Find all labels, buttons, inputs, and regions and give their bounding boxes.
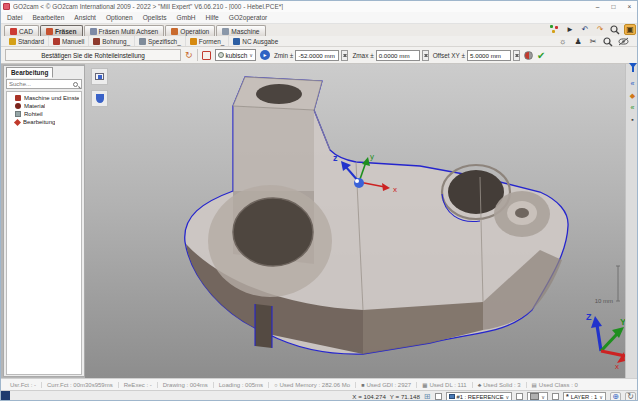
- ribbon-button-row: Standard Manuell Bohrung_ Spezifisch_ Fo…: [1, 36, 638, 47]
- svg-text:10 mm: 10 mm: [595, 298, 613, 304]
- zoom-window-icon[interactable]: [602, 36, 614, 47]
- redo-icon[interactable]: ↷: [594, 24, 606, 35]
- cancel-button[interactable]: [524, 51, 533, 60]
- close-button[interactable]: ×: [622, 2, 637, 12]
- 3d-viewport[interactable]: x y z 10 mm: [85, 64, 625, 378]
- visibility-icon[interactable]: [617, 36, 629, 47]
- collapse-green-icon[interactable]: «: [627, 103, 638, 113]
- zmin-input[interactable]: -52.0000 mm: [295, 50, 339, 61]
- bohrung-button[interactable]: Bohrung_: [88, 36, 134, 46]
- chevron-down-icon: ∨: [506, 394, 510, 400]
- tab-fraesen[interactable]: Fräsen: [40, 25, 83, 36]
- setup-plan-button[interactable]: [91, 68, 108, 85]
- stock-shape-select[interactable]: kubisch ∨: [215, 49, 256, 61]
- formen-button[interactable]: Formen_: [185, 36, 229, 46]
- search-icon: [73, 82, 78, 87]
- shape-icon: [218, 52, 224, 58]
- zmin-field: Zmin ± -52.0000 mm: [274, 50, 348, 61]
- compute-stock-button[interactable]: ▸: [260, 50, 270, 60]
- gdi-icon: ■: [361, 382, 364, 388]
- spezifisch-button[interactable]: Spezifisch_: [134, 36, 185, 46]
- status-drawing: Drawing : 004ms: [157, 382, 213, 388]
- tree-item-material[interactable]: Material: [7, 102, 81, 110]
- settings-icon[interactable]: ☼: [557, 36, 569, 47]
- pointer-icon[interactable]: ►: [564, 24, 576, 35]
- menu-ansicht[interactable]: Ansicht: [74, 14, 96, 21]
- search-input[interactable]: [7, 81, 73, 87]
- standard-icon: [9, 38, 16, 45]
- corner-block: [1, 391, 10, 401]
- tool-icon[interactable]: ♟: [572, 36, 584, 47]
- color-checkbox[interactable]: [516, 393, 523, 400]
- specific-icon: [139, 38, 146, 45]
- chevron-down-icon: ∨: [249, 52, 253, 58]
- menu-gmbh[interactable]: GmbH: [177, 14, 196, 21]
- chevron-down-icon: ∨: [541, 394, 545, 400]
- collapse-blue-icon[interactable]: «: [627, 79, 638, 89]
- 3d-scene: x y z 10 mm: [85, 64, 625, 378]
- tree-item-bearbeitung[interactable]: Bearbeitung: [7, 118, 81, 126]
- menu-go2operator[interactable]: GO2operator: [229, 14, 267, 21]
- rotate-stock-icon[interactable]: ↻: [185, 50, 193, 60]
- stock-box-icon[interactable]: [202, 51, 211, 60]
- layer-select[interactable]: * LAYER : 1 ∨: [563, 392, 606, 401]
- offset-xy-input[interactable]: 5.0000 mm: [467, 50, 511, 61]
- status-loading: Loading : 005ms: [213, 382, 268, 388]
- grid-icon[interactable]: ⊞: [424, 393, 431, 401]
- tab-maschine[interactable]: Maschine: [216, 25, 265, 36]
- tool-orange-icon[interactable]: ◆: [627, 91, 638, 101]
- trim-icon[interactable]: ✂: [587, 36, 599, 47]
- maximize-button[interactable]: □: [606, 2, 621, 12]
- tree-item-rohteil[interactable]: Rohteil: [7, 110, 81, 118]
- cad-icon: [10, 28, 17, 35]
- menu-datei[interactable]: Datei: [7, 14, 22, 21]
- machining-panel: Bearbeitung Maschine und Einstellmaße Ma…: [3, 65, 85, 377]
- minimize-button[interactable]: –: [590, 2, 605, 12]
- reference-select[interactable]: #1 : REFERENCE ∨: [446, 392, 513, 401]
- undo-icon[interactable]: ↶: [579, 24, 591, 35]
- refresh-button[interactable]: ↻: [625, 392, 636, 401]
- offset-xy-stepper[interactable]: [513, 50, 520, 61]
- menu-opelists[interactable]: Opelists: [143, 14, 167, 21]
- standard-button[interactable]: Standard: [5, 36, 48, 46]
- confirm-button[interactable]: ✔: [537, 50, 545, 61]
- go2cam-logo-icon: [3, 3, 10, 10]
- menu-optionen[interactable]: Optionen: [106, 14, 133, 21]
- zmax-stepper[interactable]: [422, 50, 429, 61]
- machine-setup-icon: [15, 95, 21, 101]
- status-used-dl: ▦Used DL : 111: [416, 382, 471, 388]
- machining-tree: Maschine und Einstellmaße Material Rohte…: [6, 91, 82, 375]
- zoom-icon[interactable]: [609, 24, 621, 35]
- manuell-button[interactable]: Manuell: [48, 36, 88, 46]
- offset-xy-field: Offset XY ± 5.0000 mm: [433, 50, 520, 61]
- selection-markers-icon[interactable]: [549, 24, 561, 35]
- layer-checkbox[interactable]: [552, 393, 559, 400]
- menu-hilfe[interactable]: Hilfe: [206, 14, 219, 21]
- grid-checkbox[interactable]: [435, 393, 442, 400]
- view-triad: Z Y x: [586, 312, 625, 371]
- menu-bearbeiten[interactable]: Bearbeiten: [32, 14, 64, 21]
- ribbon-tab-row: CAD Fräsen Fräsen Multi Achsen Operation…: [1, 24, 638, 36]
- protection-button[interactable]: [91, 90, 108, 107]
- chevron-down-icon: ∨: [599, 394, 603, 400]
- tab-operation[interactable]: Operation: [165, 25, 215, 36]
- tab-bearbeitung[interactable]: Bearbeitung: [6, 67, 53, 78]
- zmax-input[interactable]: 0.0000 mm: [376, 50, 420, 61]
- filter-icon[interactable]: [627, 67, 638, 77]
- memory-icon: ○: [274, 382, 277, 388]
- zoom-extent-button[interactable]: ⊕: [610, 392, 621, 401]
- tab-fraesen-multi-achsen[interactable]: Fräsen Multi Achsen: [84, 25, 165, 36]
- go2cam-window: GO2cam < © GO2cam International 2009 - 2…: [0, 0, 638, 401]
- nc-ausgabe-button[interactable]: NC Ausgabe: [228, 36, 282, 46]
- tab-cad[interactable]: CAD: [4, 25, 39, 36]
- zmin-stepper[interactable]: [341, 50, 348, 61]
- status-used-gdi: ■Used GDI : 2927: [355, 382, 416, 388]
- part-hebel: [185, 77, 568, 354]
- view-mode-icon[interactable]: ▣: [624, 24, 636, 35]
- shield-icon: [96, 94, 104, 103]
- small-dark-icon[interactable]: ▪: [627, 115, 638, 125]
- color-select[interactable]: ∨: [527, 392, 548, 401]
- status-reexec: ReExec : -: [118, 382, 157, 388]
- status-curr-fct: Curr.Fct : 00m30s959ms: [41, 382, 118, 388]
- tree-item-maschine[interactable]: Maschine und Einstellmaße: [7, 94, 81, 102]
